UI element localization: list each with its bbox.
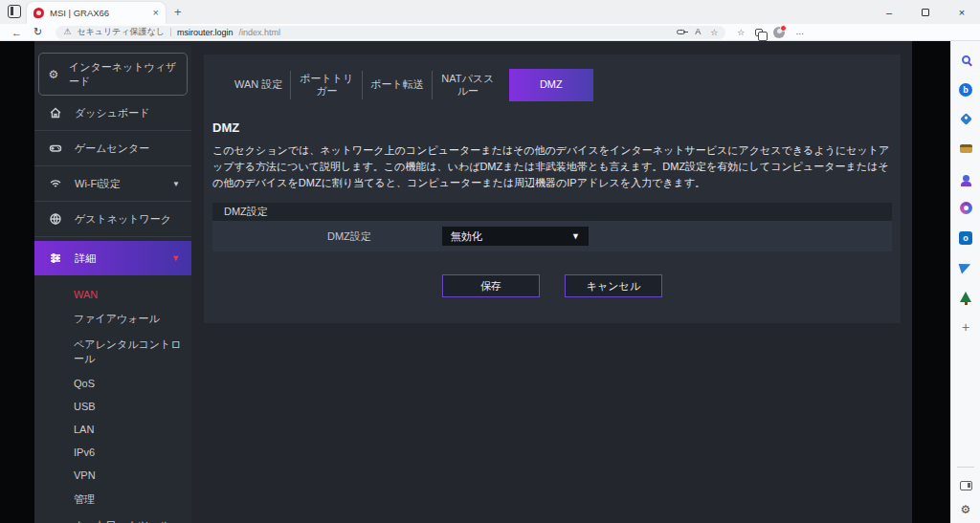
sidebar-item-label: Wi-Fi設定: [75, 177, 121, 191]
tab-actions-icon[interactable]: [8, 5, 21, 18]
dmz-setting-row: DMZ設定 無効化 ▼: [212, 221, 892, 251]
cancel-button[interactable]: キャンセル: [565, 274, 662, 297]
submenu-item-parental-control[interactable]: ペアレンタルコントロール: [34, 332, 191, 372]
bing-chat-icon[interactable]: b: [959, 82, 973, 97]
refresh-button[interactable]: ↻: [33, 26, 42, 38]
sidebar-panel-icon[interactable]: [960, 481, 972, 490]
tab-port-trigger[interactable]: ポートトリガー: [291, 69, 362, 101]
sidebar-item-advanced[interactable]: 詳細 ▼: [34, 241, 191, 275]
advanced-submenu: WAN ファイアウォール ペアレンタルコントロール QoS USB LAN IP…: [34, 275, 191, 523]
close-button[interactable]: ×: [944, 0, 980, 24]
page-description: このセクションでは、ネットワーク上のコンピューターまたはその他のデバイスをインタ…: [212, 142, 892, 191]
browser-tab[interactable]: MSI | GRAX66 ×: [27, 2, 166, 24]
sidebar-item-internet-wizard[interactable]: ⚙ インターネットウィザード: [38, 53, 188, 96]
maximize-button[interactable]: [907, 0, 944, 24]
tab-dmz[interactable]: DMZ: [509, 69, 593, 101]
submenu-item-lan[interactable]: LAN: [34, 418, 191, 441]
page-title: DMZ: [212, 120, 901, 135]
designer-icon[interactable]: [959, 201, 973, 215]
submenu-item-admin[interactable]: 管理: [34, 487, 191, 512]
gamepad-icon: [49, 142, 62, 155]
sidebar-item-label: ゲストネットワーク: [75, 212, 171, 227]
button-row: 保存 キャンセル: [204, 274, 901, 297]
sidebar-item-label: インターネットウィザード: [69, 60, 179, 89]
router-sidebar: ⚙ インターネットウィザード ダッシュボード ゲームセンター Wi-Fi設定: [34, 45, 191, 523]
sidebar-item-label: 詳細: [75, 251, 96, 266]
drop-icon[interactable]: [959, 260, 973, 274]
security-warning-icon: ⚠: [63, 28, 71, 36]
tab-wan-settings[interactable]: WAN 設定: [227, 69, 290, 101]
chevron-down-icon: ▼: [172, 180, 180, 188]
save-button[interactable]: 保存: [442, 274, 540, 297]
address-bar[interactable]: ⚠ セキュリティ保護なし msirouter.login /index.html…: [56, 26, 725, 39]
submenu-item-qos[interactable]: QoS: [34, 372, 191, 395]
sliders-icon: [49, 251, 62, 265]
select-value: 無効化: [451, 229, 482, 244]
submenu-item-ipv6[interactable]: IPv6: [34, 441, 191, 464]
profile-avatar[interactable]: [773, 27, 785, 38]
browser-tab-title: MSI | GRAX66: [50, 8, 147, 18]
sidebar-item-guest-network[interactable]: ゲストネットワーク: [34, 202, 191, 237]
shopping-tag-icon[interactable]: [959, 112, 973, 126]
submenu-item-vpn[interactable]: VPN: [34, 464, 191, 487]
home-icon: [49, 106, 62, 120]
gear-icon: ⚙: [47, 68, 60, 81]
toolbar-icons: ☆ …: [737, 27, 804, 38]
dmz-setting-select[interactable]: 無効化 ▼: [442, 227, 589, 246]
back-button[interactable]: ←: [11, 27, 22, 38]
tab-port-forwarding[interactable]: ポート転送: [363, 69, 432, 101]
security-label: セキュリティ保護なし: [77, 26, 165, 38]
sidebar-item-dashboard[interactable]: ダッシュボード: [34, 96, 191, 131]
workspaces-icon[interactable]: [755, 29, 763, 36]
section-header: DMZ設定: [212, 203, 892, 221]
maximize-icon: [922, 9, 929, 16]
router-page: ⚙ インターネットウィザード ダッシュボード ゲームセンター Wi-Fi設定: [0, 41, 980, 523]
minimize-button[interactable]: –: [871, 0, 907, 24]
submenu-item-usb[interactable]: USB: [34, 395, 191, 418]
url-path: /index.html: [239, 28, 281, 37]
msi-favicon-icon: [33, 8, 44, 18]
collections-icon[interactable]: ☆: [737, 28, 745, 37]
people-icon[interactable]: [959, 171, 973, 185]
favorites-star-icon[interactable]: ☆: [710, 28, 718, 37]
submenu-item-firewall[interactable]: ファイアウォール: [34, 306, 191, 332]
edge-sidebar-rail: b o + ⚙: [950, 41, 980, 523]
settings-gear-icon[interactable]: ⚙: [961, 504, 971, 515]
rail-divider: [957, 467, 974, 468]
browser-toolbar: ← ↻ ⚠ セキュリティ保護なし msirouter.login /index.…: [0, 24, 980, 41]
dmz-setting-label: DMZ設定: [327, 229, 442, 244]
outlook-icon[interactable]: o: [959, 230, 973, 245]
globe-icon: [49, 212, 62, 226]
tab-nat-passthrough[interactable]: NATパススルー: [433, 69, 503, 101]
chevron-down-icon: ▼: [171, 253, 180, 263]
search-icon[interactable]: [959, 53, 973, 67]
address-divider: [170, 28, 171, 36]
sidebar-item-label: ダッシュボード: [75, 106, 150, 120]
new-tab-button[interactable]: +: [174, 5, 182, 19]
window-controls: – ×: [871, 0, 980, 24]
sidebar-item-game-center[interactable]: ゲームセンター: [34, 131, 191, 166]
read-aloud-icon[interactable]: A: [695, 28, 701, 36]
wan-tab-bar: WAN 設定 ポートトリガー ポート転送 NATパススルー DMZ: [227, 69, 901, 101]
wifi-icon: [49, 177, 62, 190]
sidebar-item-wifi-settings[interactable]: Wi-Fi設定 ▼: [34, 166, 191, 202]
password-key-icon[interactable]: [677, 30, 685, 34]
sidebar-item-label: ゲームセンター: [75, 142, 149, 156]
tab-close-icon[interactable]: ×: [153, 8, 159, 18]
main-panel: WAN 設定 ポートトリガー ポート転送 NATパススルー DMZ DMZ この…: [204, 54, 901, 323]
tree-icon[interactable]: [959, 290, 973, 304]
submenu-item-network-tools[interactable]: ネットワークツール: [34, 512, 191, 523]
browser-chrome: MSI | GRAX66 × + – × ← ↻ ⚠ セキュリティ保護なし ms…: [0, 0, 980, 41]
url-host: msirouter.login: [177, 28, 234, 37]
tab-strip: MSI | GRAX66 × + – ×: [0, 0, 980, 24]
select-caret-icon: ▼: [571, 231, 580, 241]
screen: MSI | GRAX66 × + – × ← ↻ ⚠ セキュリティ保護なし ms…: [0, 0, 980, 523]
submenu-item-wan[interactable]: WAN: [34, 283, 191, 306]
briefcase-icon[interactable]: [959, 142, 973, 156]
add-sidebar-item-button[interactable]: +: [959, 319, 973, 334]
more-menu-icon[interactable]: …: [795, 28, 804, 36]
